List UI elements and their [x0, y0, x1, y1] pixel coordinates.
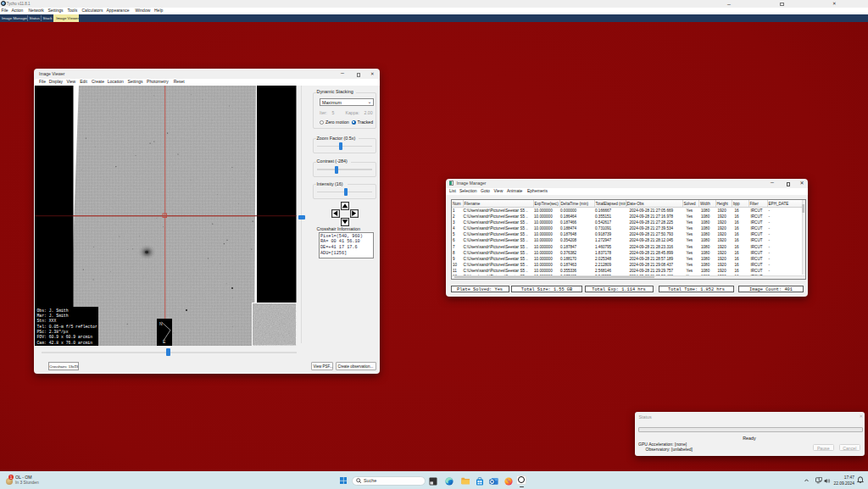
svg-text:N: N	[159, 320, 163, 325]
